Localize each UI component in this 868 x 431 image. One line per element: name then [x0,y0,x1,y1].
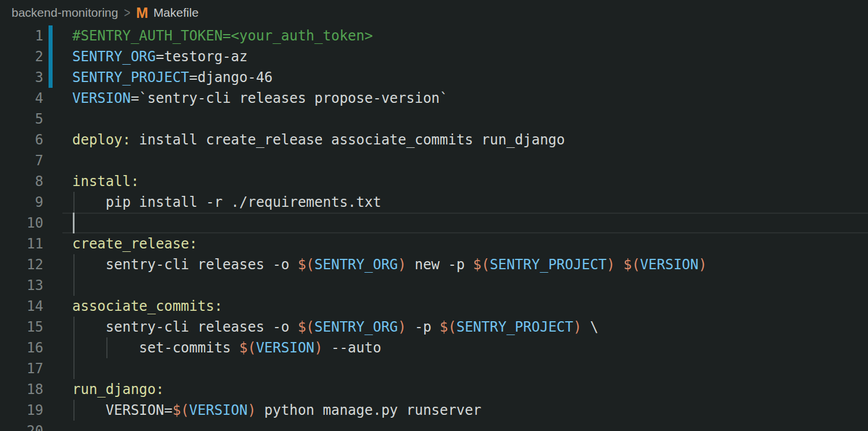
editor-lines[interactable]: 1#SENTRY_AUTH_TOKEN=<your_auth_token>2SE… [0,25,868,431]
code-content[interactable]: install: [72,171,868,192]
code-content[interactable]: set-commits $(VERSION) --auto [72,337,868,358]
line-number[interactable]: 9 [0,192,43,213]
code-text: SENTRY_ORG=testorg-az [72,49,247,65]
code-text: VERSION=`sentry-cli releases propose-ver… [72,90,448,106]
gutter-decorations [43,192,72,213]
breadcrumb: backend-monitoring > M Makefile [0,0,868,25]
gutter-decorations [43,150,72,171]
line-row[interactable]: 13 [0,275,868,296]
line-number[interactable]: 3 [0,67,43,88]
line-row[interactable]: 7 [0,150,868,171]
gutter-decorations [43,400,72,421]
code-content[interactable] [72,358,868,379]
line-number[interactable]: 18 [0,379,43,400]
modified-indicator [49,25,53,46]
breadcrumb-file[interactable]: Makefile [153,6,198,20]
chevron-right-icon: > [124,5,130,21]
gutter-decorations [43,358,72,379]
line-number[interactable]: 2 [0,46,43,67]
code-content[interactable]: sentry-cli releases -o $(SENTRY_ORG) -p … [72,317,868,337]
text-cursor [73,213,75,233]
line-number[interactable]: 19 [0,400,43,421]
line-row[interactable]: 12 sentry-cli releases -o $(SENTRY_ORG) … [0,254,868,275]
line-number[interactable]: 14 [0,296,43,317]
gutter-decorations [43,213,72,233]
indent-guide [73,358,75,379]
makefile-icon: M [136,6,149,20]
line-row[interactable]: 17 [0,358,868,379]
gutter-decorations [43,296,72,317]
code-content[interactable]: SENTRY_PROJECT=django-46 [72,67,868,88]
line-number[interactable]: 15 [0,317,43,337]
line-number[interactable]: 10 [0,213,43,233]
code-text: sentry-cli releases -o $(SENTRY_ORG) -p … [72,319,598,335]
line-number[interactable]: 16 [0,337,43,358]
line-number[interactable]: 6 [0,129,43,150]
modified-indicator [49,67,53,88]
code-content[interactable]: SENTRY_ORG=testorg-az [72,46,868,67]
code-content[interactable]: sentry-cli releases -o $(SENTRY_ORG) new… [72,254,868,275]
code-content[interactable] [72,109,868,129]
line-row[interactable]: 3SENTRY_PROJECT=django-46 [0,67,868,88]
gutter-decorations [43,67,72,88]
line-row[interactable]: 19 VERSION=$(VERSION) python manage.py r… [0,400,868,421]
code-text: SENTRY_PROJECT=django-46 [72,69,273,86]
line-row[interactable]: 18run_django: [0,379,868,400]
code-content[interactable] [72,275,868,296]
code-text: pip install -r ./requirements.txt [72,194,381,210]
line-row[interactable]: 16 set-commits $(VERSION) --auto [0,337,868,358]
line-number[interactable]: 13 [0,275,43,296]
line-number[interactable]: 12 [0,254,43,275]
line-row[interactable]: 15 sentry-cli releases -o $(SENTRY_ORG) … [0,317,868,337]
line-row[interactable]: 4VERSION=`sentry-cli releases propose-ve… [0,88,868,109]
breadcrumb-folder[interactable]: backend-monitoring [12,6,118,20]
code-content[interactable]: #SENTRY_AUTH_TOKEN=<your_auth_token> [72,25,868,46]
line-row[interactable]: 14associate_commits: [0,296,868,317]
code-content[interactable] [72,421,868,431]
code-content[interactable]: create_release: [72,233,868,254]
line-number[interactable]: 7 [0,150,43,171]
line-row[interactable]: 20 [0,421,868,431]
code-text: run_django: [72,381,164,397]
gutter-decorations [43,171,72,192]
line-row[interactable]: 11create_release: [0,233,868,254]
gutter-decorations [43,129,72,150]
code-content[interactable]: VERSION=$(VERSION) python manage.py runs… [72,400,868,421]
code-text: create_release: [72,236,198,252]
gutter-decorations [43,46,72,67]
line-number[interactable]: 11 [0,233,43,254]
code-text: associate_commits: [72,298,222,314]
code-content[interactable]: deploy: install create_release associate… [72,129,868,150]
gutter-decorations [43,233,72,254]
code-text: install: [72,173,139,190]
line-row[interactable]: 5 [0,109,868,129]
gutter-decorations [43,337,72,358]
line-row[interactable]: 8install: [0,171,868,192]
code-content[interactable]: VERSION=`sentry-cli releases propose-ver… [72,88,868,109]
code-content[interactable] [72,213,868,233]
line-row[interactable]: 2SENTRY_ORG=testorg-az [0,46,868,67]
line-row[interactable]: 6deploy: install create_release associat… [0,129,868,150]
line-number[interactable]: 4 [0,88,43,109]
code-text: #SENTRY_AUTH_TOKEN=<your_auth_token> [72,28,373,44]
code-content[interactable] [72,150,868,171]
line-number[interactable]: 20 [0,421,43,431]
line-number[interactable]: 8 [0,171,43,192]
gutter-decorations [43,25,72,46]
code-content[interactable]: pip install -r ./requirements.txt [72,192,868,213]
code-content[interactable]: associate_commits: [72,296,868,317]
line-number[interactable]: 5 [0,109,43,129]
gutter-decorations [43,275,72,296]
gutter-decorations [43,109,72,129]
modified-indicator [49,46,53,67]
gutter-decorations [43,317,72,337]
code-text: deploy: install create_release associate… [72,132,565,148]
line-number[interactable]: 1 [0,25,43,46]
code-text: sentry-cli releases -o $(SENTRY_ORG) new… [72,257,707,273]
line-row[interactable]: 9 pip install -r ./requirements.txt [0,192,868,213]
gutter-decorations [43,254,72,275]
line-row[interactable]: 1#SENTRY_AUTH_TOKEN=<your_auth_token> [0,25,868,46]
line-row[interactable]: 10 [0,213,868,233]
code-content[interactable]: run_django: [72,379,868,400]
line-number[interactable]: 17 [0,358,43,379]
